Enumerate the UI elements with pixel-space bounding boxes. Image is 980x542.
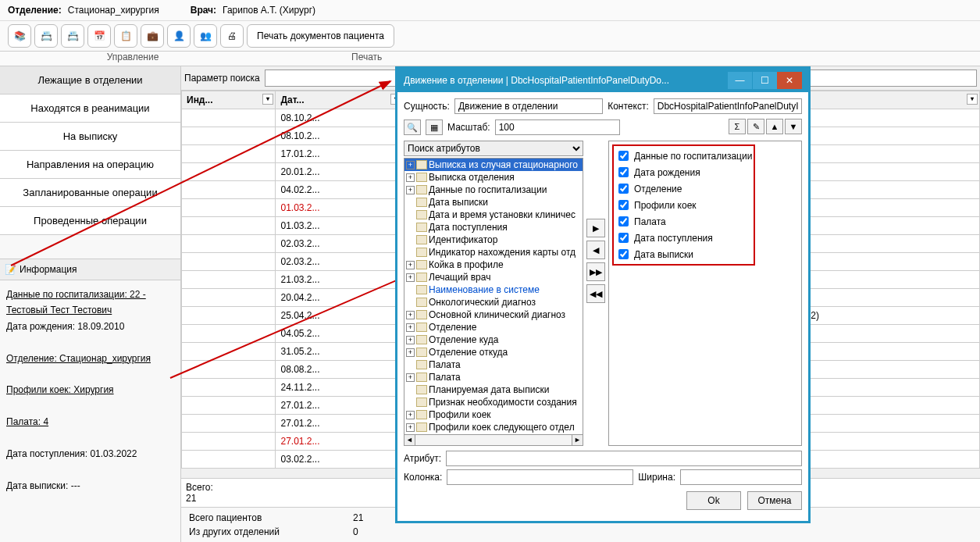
calendar-icon[interactable]: 📅 [87, 24, 111, 48]
expand-icon[interactable]: + [406, 348, 415, 357]
filter-icon[interactable]: ▾ [967, 94, 978, 105]
tree-node[interactable]: Планируемая дата выписки [404, 383, 583, 396]
expand-icon[interactable]: + [406, 161, 415, 169]
tree-node[interactable]: Признак необходимости создания [404, 396, 583, 408]
column-field[interactable] [447, 469, 633, 485]
tree-node[interactable]: +Отделение куда [404, 333, 583, 346]
tree-node[interactable]: Идентификатор [404, 234, 583, 246]
printer-icon[interactable]: 🖨 [220, 24, 244, 48]
tree-node[interactable]: Дата выписки [404, 196, 583, 209]
tree-node[interactable]: +Отделение [404, 321, 583, 333]
sigma-icon[interactable]: Σ [729, 119, 746, 134]
attributes-tree[interactable]: +Выписка из случая стационарного+Выписка… [404, 158, 583, 435]
expand-icon[interactable]: + [406, 311, 415, 319]
books-icon[interactable]: 📚 [8, 24, 31, 48]
sidebar-tab-done-ops[interactable]: Проведенные операции [0, 207, 180, 235]
context-input[interactable] [654, 98, 802, 114]
tree-node[interactable]: +Палата [404, 371, 583, 383]
dialog-titlebar[interactable]: Движение в отделении | DbcHospitalPatien… [397, 69, 808, 92]
sidebar-tab-op-referrals[interactable]: Направления на операцию [0, 151, 180, 179]
tree-node[interactable]: +Выписка из случая стационарного [404, 159, 583, 171]
check-row[interactable]: Дата поступления [615, 230, 752, 246]
selected-list[interactable]: Данные по госпитализацииДата рожденияОтд… [608, 141, 802, 446]
checkbox[interactable] [618, 233, 629, 243]
expand-icon[interactable]: + [406, 173, 415, 182]
attr-search-combo[interactable]: Поиск атрибутов [404, 141, 583, 156]
cancel-button[interactable]: Отмена [747, 491, 802, 510]
checkbox[interactable] [618, 249, 629, 259]
check-row[interactable]: Дата рождения [615, 164, 752, 180]
checkbox[interactable] [618, 151, 629, 161]
tree-node[interactable]: +Профили коек [404, 408, 583, 421]
add-all-button[interactable]: ▶▶ [586, 262, 605, 281]
minimize-button[interactable]: — [727, 72, 752, 89]
tree-node[interactable]: +Профили коек следующего отдел [404, 421, 583, 433]
sidebar-tab-discharge[interactable]: На выписку [0, 123, 180, 151]
expand-icon[interactable]: + [406, 423, 415, 432]
expand-icon[interactable]: + [406, 411, 415, 419]
tree-node[interactable]: Палата [404, 358, 583, 371]
tree-node-label: Лечащий врач [429, 272, 490, 283]
sidebar-tab-planned-ops[interactable]: Запланированные операции [0, 179, 180, 207]
scroll-right-icon[interactable]: ► [572, 435, 583, 445]
checkbox[interactable] [618, 216, 629, 226]
entity-input[interactable] [454, 98, 603, 114]
edit-icon[interactable]: ✎ [747, 119, 764, 134]
print-documents-button[interactable]: Печать документов пациента [247, 24, 394, 48]
tree-node[interactable]: +Данные по госпитализации [404, 184, 583, 196]
card2-icon[interactable]: 📇 [61, 24, 84, 48]
expand-icon[interactable]: + [406, 186, 415, 194]
remove-all-button[interactable]: ◀◀ [586, 284, 605, 303]
scroll-left-icon[interactable]: ◄ [404, 435, 415, 445]
user-move-icon[interactable]: 👥 [194, 24, 217, 48]
add-one-button[interactable]: ▶ [586, 219, 605, 237]
grid-icon[interactable]: ▦ [426, 119, 443, 135]
node-icon [416, 173, 427, 182]
tree-node[interactable]: Онкологический диагноз [404, 296, 583, 308]
clipboard-icon[interactable]: 📋 [114, 24, 137, 48]
width-field[interactable] [680, 469, 802, 485]
down-icon[interactable]: ▼ [785, 119, 802, 134]
tree-node[interactable]: Дата поступления [404, 221, 583, 234]
ok-button[interactable]: Ok [686, 491, 741, 510]
sidebar-tab-lying[interactable]: Лежащие в отделении [0, 66, 180, 94]
attribute-field[interactable] [446, 451, 802, 466]
user-add-icon[interactable]: 👤 [167, 24, 191, 48]
close-button[interactable]: ✕ [777, 72, 802, 89]
tree-node[interactable]: +Отделение откуда [404, 346, 583, 358]
checkbox[interactable] [618, 200, 629, 210]
tree-node[interactable]: +Выписка отделения [404, 171, 583, 184]
tree-node[interactable]: Наименование в системе [404, 283, 583, 296]
filter-icon[interactable]: ▾ [262, 94, 273, 105]
zoom-icon[interactable]: 🔍 [404, 119, 421, 135]
expand-icon[interactable]: + [406, 323, 415, 332]
check-row[interactable]: Профили коек [615, 197, 752, 213]
check-row[interactable]: Дата выписки [615, 246, 752, 262]
checkbox[interactable] [618, 184, 629, 194]
expand-icon[interactable]: + [406, 261, 415, 269]
check-label: Данные по госпитализации [634, 151, 752, 162]
expand-icon[interactable]: + [406, 336, 415, 344]
tree-node[interactable]: Дата и время установки клиничес [404, 209, 583, 221]
tree-node[interactable]: +Лечащий врач [404, 271, 583, 283]
tree-node[interactable]: +Койка в профиле [404, 259, 583, 271]
column-header[interactable]: Инд...▾ [182, 91, 276, 109]
card-icon[interactable]: 📇 [34, 24, 58, 48]
expand-icon[interactable]: + [406, 273, 415, 282]
check-row[interactable]: Палата [615, 213, 752, 230]
check-row[interactable]: Отделение [615, 180, 752, 197]
check-row[interactable]: Данные по госпитализации [615, 148, 752, 164]
expand-icon[interactable]: + [406, 373, 415, 382]
tree-node[interactable]: Индикатор нахождения карты отд [404, 246, 583, 259]
column-header[interactable]: Дат...▾ [276, 91, 403, 109]
remove-one-button[interactable]: ◀ [586, 241, 605, 259]
maximize-button[interactable]: ☐ [752, 72, 777, 89]
sidebar-tab-reanimation[interactable]: Находятся в реанимации [0, 94, 180, 123]
tree-node[interactable]: +Основной клинический диагноз [404, 308, 583, 321]
up-icon[interactable]: ▲ [766, 119, 783, 134]
case-icon[interactable]: 💼 [141, 24, 164, 48]
checkbox[interactable] [618, 167, 629, 177]
node-icon [416, 185, 427, 194]
scale-input[interactable] [495, 119, 620, 135]
tree-scrollbar[interactable]: ◄ ► [404, 435, 583, 446]
